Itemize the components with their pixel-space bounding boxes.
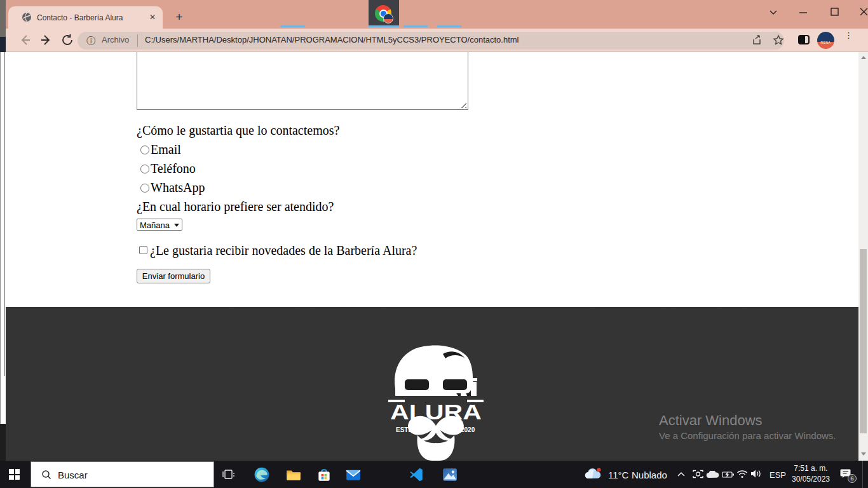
radio-email-label[interactable]: Email <box>151 142 181 157</box>
language-indicator[interactable]: ESP <box>770 470 786 480</box>
chrome-running-indicator <box>369 25 399 27</box>
search-icon <box>41 470 51 480</box>
page-info-icon[interactable]: ⓘ <box>86 34 95 47</box>
weather-condition[interactable]: Nublado <box>632 470 667 480</box>
clock-date: 30/05/2023 <box>788 474 834 485</box>
globe-favicon-icon <box>22 12 32 22</box>
clock-time: 7:51 a. m. <box>788 463 834 474</box>
scrollbar-up-arrow[interactable] <box>861 56 866 59</box>
close-window-button[interactable] <box>854 6 868 18</box>
wifi-icon[interactable] <box>736 470 748 478</box>
textarea-resize-grip[interactable] <box>460 102 466 108</box>
notification-badge: 6 <box>848 474 857 483</box>
schedule-select[interactable]: Mañana <box>137 219 182 231</box>
reload-button[interactable] <box>60 33 74 47</box>
new-tab-button[interactable]: + <box>173 11 186 24</box>
tray-chevron-up-icon[interactable] <box>677 471 686 477</box>
radio-whatsapp-label[interactable]: WhatsApp <box>151 180 205 195</box>
battery-icon[interactable] <box>722 471 735 478</box>
browser-menu-icon[interactable]: ⋮ <box>844 33 848 47</box>
radio-email[interactable] <box>140 146 149 154</box>
screen: Contacto - Barbería Alura ✕ + ⓘ Archivo … <box>0 0 868 488</box>
task-view-icon[interactable] <box>222 469 234 480</box>
weather-icon[interactable] <box>583 467 604 482</box>
message-textarea[interactable] <box>137 52 468 110</box>
contact-method-question: ¿Cómo le gustartia que lo contactemos? <box>137 123 339 138</box>
url-scheme-label: Archivo <box>102 35 129 44</box>
share-icon[interactable] <box>751 34 764 46</box>
microsoft-store-taskbar-icon[interactable] <box>316 466 332 483</box>
scrollbar-thumb[interactable] <box>860 249 867 433</box>
edge-taskbar-icon[interactable] <box>254 466 270 483</box>
svg-text:ALURA: ALURA <box>390 400 482 424</box>
back-button[interactable] <box>18 33 32 47</box>
tab-title: Contacto - Barbería Alura <box>37 13 123 22</box>
taskbar-clock[interactable]: 7:51 a. m. 30/05/2023 <box>788 463 834 485</box>
scrollbar-down-arrow[interactable] <box>861 452 866 456</box>
mail-taskbar-icon[interactable] <box>345 466 362 483</box>
volume-icon[interactable] <box>750 469 762 478</box>
schedule-question: ¿En cual horario prefiere ser atendido? <box>137 200 334 214</box>
page-footer: ALURA ESTD 2020 Activar Windows Ve a Con… <box>6 307 858 461</box>
screen-capture-icon[interactable] <box>693 470 703 478</box>
schedule-select-value: Mañana <box>140 220 170 230</box>
newsletter-label[interactable]: ¿Le gustaria recibir novedades de la Bar… <box>150 243 417 258</box>
file-explorer-running-indicator <box>281 25 305 27</box>
vscode-running-indicator <box>403 25 428 27</box>
radio-telefono[interactable] <box>140 165 149 173</box>
newsletter-checkbox[interactable] <box>139 246 147 254</box>
minimize-button[interactable] <box>794 6 813 18</box>
bookmark-star-icon[interactable] <box>772 34 785 46</box>
file-explorer-taskbar-icon[interactable] <box>285 466 302 483</box>
activate-windows-title: Activar Windows <box>659 412 763 429</box>
maximize-button[interactable] <box>825 6 844 18</box>
weather-temperature[interactable]: 11°C <box>608 470 628 480</box>
window-left-border <box>4 52 5 376</box>
window-left-border <box>0 52 1 424</box>
start-button[interactable] <box>9 469 20 480</box>
window-menu-chevron-icon[interactable] <box>764 6 783 18</box>
chevron-down-icon <box>174 224 179 227</box>
url-text[interactable]: C:/Users/MARTHA/Desktop/JHONATAN/PROGRAM… <box>145 35 519 44</box>
radio-whatsapp[interactable] <box>140 184 149 193</box>
photos-running-indicator <box>437 25 461 27</box>
onedrive-icon[interactable] <box>706 471 719 478</box>
background-window-sliver <box>0 0 6 37</box>
alura-barber-logo: ALURA ESTD 2020 <box>382 341 490 461</box>
chrome-taskbar-button-active[interactable] <box>369 0 399 27</box>
show-desktop-divider[interactable] <box>862 461 863 488</box>
vscode-taskbar-icon[interactable] <box>408 466 424 483</box>
activate-windows-subtitle: Ve a Configuración para activar Windows. <box>659 430 836 441</box>
submit-button[interactable]: Enviar formulario <box>137 269 210 283</box>
side-panel-icon[interactable] <box>798 35 810 44</box>
tab-close-icon[interactable]: ✕ <box>147 12 158 22</box>
forward-button[interactable] <box>39 33 53 47</box>
photos-taskbar-icon[interactable] <box>442 466 458 483</box>
search-placeholder: Buscar <box>58 470 88 480</box>
radio-telefono-label[interactable]: Teléfono <box>151 161 196 176</box>
chrome-profile-badge <box>383 13 393 24</box>
profile-avatar[interactable]: RENAWARE <box>817 32 834 49</box>
taskbar-search[interactable]: Buscar <box>31 461 214 487</box>
address-divider <box>137 34 138 47</box>
background-window-sliver <box>0 424 6 461</box>
background-window-sliver <box>0 37 6 52</box>
